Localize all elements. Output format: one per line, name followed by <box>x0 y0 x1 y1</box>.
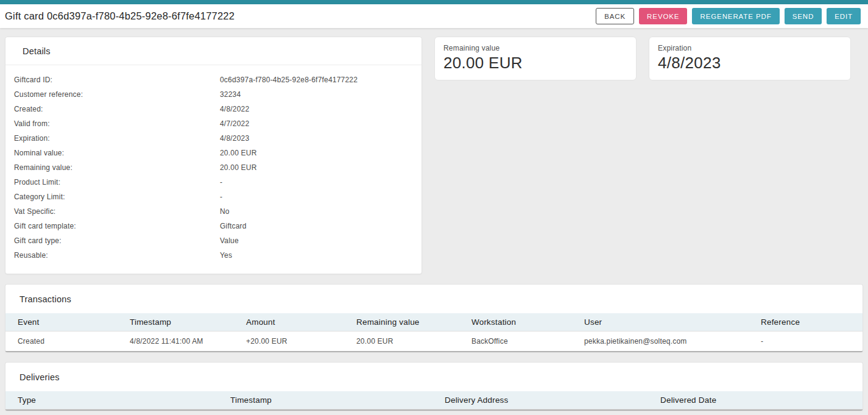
top-accent-bar <box>0 0 868 4</box>
detail-row: Product Limit:- <box>14 175 412 190</box>
table-cell: - <box>749 332 863 352</box>
detail-row: Customer reference:32234 <box>14 87 412 102</box>
summary-card: Remaining value20.00 EUR <box>434 37 637 80</box>
summary-card: Expiration4/8/2023 <box>649 37 851 80</box>
table-header-row: EventTimestampAmountRemaining valueWorks… <box>5 313 863 332</box>
table-row: Created4/8/2022 11:41:00 AM+20.00 EUR20.… <box>5 332 863 352</box>
detail-row: Valid from:4/7/2022 <box>14 116 412 131</box>
detail-value: 20.00 EUR <box>220 160 257 175</box>
detail-row: Giftcard ID:0c6d397a-f780-4b25-92e8-6f7f… <box>14 73 412 87</box>
column-header: Workstation <box>459 313 572 332</box>
column-header: Delivery Address <box>432 391 648 410</box>
detail-row: Gift card type:Value <box>14 233 412 248</box>
detail-value: Value <box>220 233 239 248</box>
deliveries-panel: Deliveries TypeTimestampDelivery Address… <box>5 362 863 411</box>
table-head: EventTimestampAmountRemaining valueWorks… <box>5 313 863 332</box>
summary-card-value: 4/8/2023 <box>658 54 842 73</box>
detail-row: Nominal value:20.00 EUR <box>14 146 412 160</box>
detail-label: Reusable: <box>14 248 220 263</box>
table-cell: 4/8/2022 11:41:00 AM <box>118 332 234 352</box>
detail-value: - <box>220 175 222 190</box>
table-header-row: TypeTimestampDelivery AddressDelivered D… <box>5 391 863 410</box>
details-heading: Details <box>5 37 422 65</box>
detail-label: Gift card type: <box>14 233 220 248</box>
page-title: Gift card 0c6d397a-f780-4b25-92e8-6f7fe4… <box>5 10 235 22</box>
column-header: User <box>572 313 749 332</box>
revoke-button[interactable]: REVOKE <box>639 8 687 24</box>
table-cell: +20.00 EUR <box>234 332 344 352</box>
details-list: Giftcard ID:0c6d397a-f780-4b25-92e8-6f7f… <box>5 65 422 274</box>
detail-value: 20.00 EUR <box>220 146 257 160</box>
column-header: Event <box>5 313 118 332</box>
detail-label: Nominal value: <box>14 146 220 160</box>
detail-label: Giftcard ID: <box>14 73 220 87</box>
table-cell: pekka.pietikainen@solteq.com <box>572 332 749 352</box>
summary-card-value: 20.00 EUR <box>443 54 627 73</box>
transactions-panel: Transactions EventTimestampAmountRemaini… <box>5 284 863 352</box>
detail-row: Vat Specific:No <box>14 204 412 219</box>
details-panel: Details Giftcard ID:0c6d397a-f780-4b25-9… <box>5 37 422 274</box>
detail-value: 32234 <box>220 87 241 102</box>
detail-label: Remaining value: <box>14 160 220 175</box>
detail-row: Created:4/8/2022 <box>14 102 412 116</box>
column-header: Delivered Date <box>648 391 863 410</box>
detail-label: Category Limit: <box>14 190 220 204</box>
detail-value: - <box>220 190 222 204</box>
column-header: Amount <box>234 313 344 332</box>
regenerate-pdf-button[interactable]: REGENERATE PDF <box>692 8 779 24</box>
detail-label: Created: <box>14 102 220 116</box>
detail-value: No <box>220 204 230 219</box>
deliveries-table: TypeTimestampDelivery AddressDelivered D… <box>5 391 863 410</box>
detail-value: Giftcard <box>220 219 247 233</box>
detail-row: Gift card template:Giftcard <box>14 219 412 233</box>
detail-row: Remaining value:20.00 EUR <box>14 160 412 175</box>
back-button[interactable]: BACK <box>596 8 634 24</box>
header-actions: BACK REVOKE REGENERATE PDF SEND EDIT <box>596 8 861 24</box>
deliveries-heading: Deliveries <box>5 363 863 391</box>
main-content: Details Giftcard ID:0c6d397a-f780-4b25-9… <box>0 28 868 411</box>
table-cell: BackOffice <box>459 332 572 352</box>
column-header: Reference <box>749 313 863 332</box>
edit-button[interactable]: EDIT <box>827 8 861 24</box>
column-header: Remaining value <box>344 313 459 332</box>
transactions-heading: Transactions <box>5 285 863 313</box>
summary-cards: Remaining value20.00 EURExpiration4/8/20… <box>434 37 863 80</box>
detail-label: Product Limit: <box>14 175 220 190</box>
detail-label: Vat Specific: <box>14 204 220 219</box>
detail-row: Expiration:4/8/2023 <box>14 131 412 146</box>
table-body: Created4/8/2022 11:41:00 AM+20.00 EUR20.… <box>5 332 863 352</box>
detail-label: Gift card template: <box>14 219 220 233</box>
detail-label: Customer reference: <box>14 87 220 102</box>
detail-label: Valid from: <box>14 116 220 131</box>
detail-value: 0c6d397a-f780-4b25-92e8-6f7fe4177222 <box>220 73 358 87</box>
detail-value: 4/8/2023 <box>220 131 249 146</box>
top-row: Details Giftcard ID:0c6d397a-f780-4b25-9… <box>5 37 863 274</box>
send-button[interactable]: SEND <box>785 8 822 24</box>
summary-card-label: Remaining value <box>443 44 627 52</box>
table-cell: Created <box>5 332 118 352</box>
detail-row: Category Limit:- <box>14 190 412 204</box>
column-header: Timestamp <box>118 313 234 332</box>
detail-value: 4/8/2022 <box>220 102 249 116</box>
detail-value: 4/7/2022 <box>220 116 249 131</box>
column-header: Type <box>5 391 218 410</box>
detail-value: Yes <box>220 248 232 263</box>
summary-card-label: Expiration <box>658 44 842 52</box>
detail-label: Expiration: <box>14 131 220 146</box>
app-header: Gift card 0c6d397a-f780-4b25-92e8-6f7fe4… <box>0 4 868 28</box>
transactions-table: EventTimestampAmountRemaining valueWorks… <box>5 313 863 351</box>
column-header: Timestamp <box>218 391 432 410</box>
table-head: TypeTimestampDelivery AddressDelivered D… <box>5 391 863 410</box>
table-cell: 20.00 EUR <box>344 332 459 352</box>
detail-row: Reusable:Yes <box>14 248 412 263</box>
